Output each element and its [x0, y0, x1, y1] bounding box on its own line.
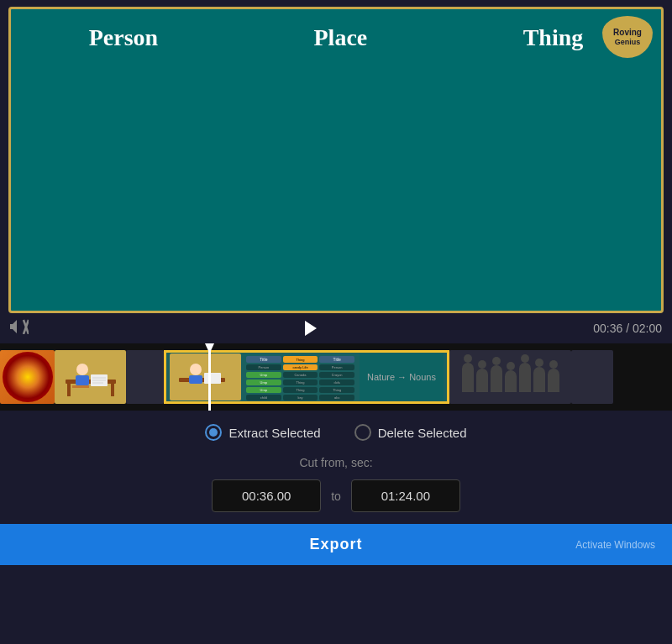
to-separator: to — [331, 490, 341, 503]
clip-screenshot — [170, 353, 241, 401]
logo-line1: Roving — [613, 28, 642, 38]
thumb-target — [0, 350, 55, 404]
timeline-track: Title Thing Title Person candy Life Pers… — [0, 343, 672, 411]
thumb-gap — [126, 350, 164, 404]
svg-rect-5 — [111, 384, 114, 396]
time-inputs: to — [212, 479, 460, 512]
video-title-person: Person — [89, 24, 158, 51]
from-time-input[interactable] — [212, 479, 321, 512]
delete-label: Delete Selected — [378, 426, 467, 440]
thumb-desk — [55, 350, 126, 404]
video-title-place: Place — [314, 24, 368, 51]
video-title-thing: Thing — [523, 24, 584, 51]
options-row: Extract Selected Delete Selected — [0, 411, 672, 449]
activate-windows-text: Activate Windows — [575, 539, 655, 551]
cut-from-section: Cut from, sec: to — [0, 449, 672, 524]
delete-selected-option[interactable]: Delete Selected — [354, 424, 467, 441]
video-container: Person Place Thing Roving Genius — [0, 0, 672, 313]
time-display: 00:36 / 02:00 — [593, 322, 662, 335]
svg-point-15 — [190, 364, 202, 375]
arrow-area: Nature → Nouns — [360, 353, 444, 401]
extract-radio[interactable] — [205, 424, 222, 441]
svg-rect-8 — [72, 385, 89, 388]
svg-rect-7 — [76, 375, 89, 385]
video-frame: Person Place Thing Roving Genius — [8, 7, 664, 313]
logo-badge: Roving Genius — [602, 16, 653, 58]
svg-rect-4 — [67, 384, 71, 396]
svg-rect-16 — [189, 375, 202, 384]
cut-from-label: Cut from, sec: — [299, 456, 372, 469]
controls-bar: 00:36 / 02:00 — [0, 313, 672, 343]
timeline-cursor — [208, 343, 211, 411]
thumb-people — [449, 350, 571, 404]
timeline-container[interactable]: Title Thing Title Person candy Life Pers… — [0, 343, 672, 411]
play-button[interactable] — [37, 318, 585, 338]
extract-label: Extract Selected — [228, 426, 320, 440]
clip-text-grid: Title Thing Title Person candy Life Pers… — [244, 354, 356, 400]
selected-clip[interactable]: Title Thing Title Person candy Life Pers… — [164, 350, 449, 404]
logo-line2: Genius — [615, 38, 641, 47]
export-bar: Export Activate Windows — [0, 524, 672, 565]
thumb-last — [571, 350, 613, 404]
mute-button[interactable] — [10, 319, 29, 338]
extract-selected-option[interactable]: Extract Selected — [205, 424, 320, 441]
svg-rect-17 — [204, 373, 221, 384]
to-time-input[interactable] — [351, 479, 460, 512]
delete-radio[interactable] — [354, 424, 371, 441]
svg-point-6 — [76, 364, 88, 375]
svg-marker-2 — [305, 321, 317, 336]
export-button[interactable]: Export — [309, 536, 362, 553]
